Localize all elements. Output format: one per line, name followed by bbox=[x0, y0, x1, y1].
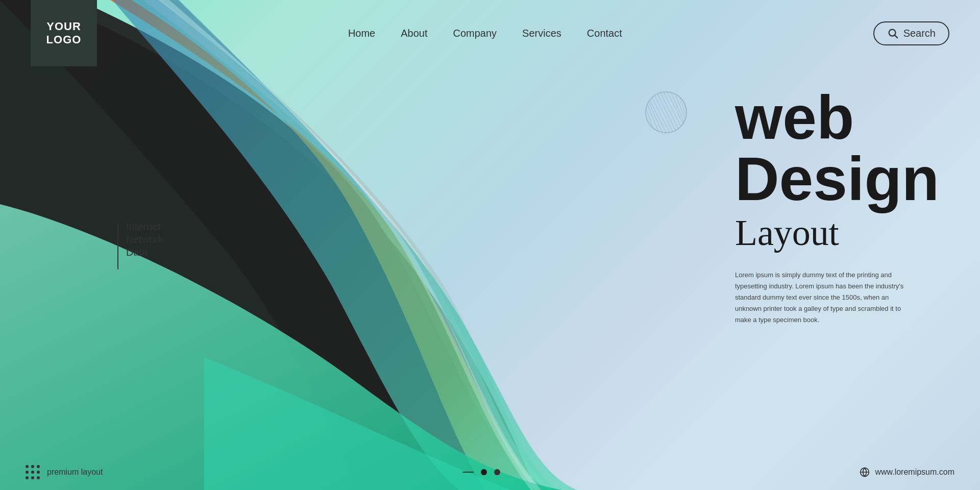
svg-line-14 bbox=[681, 92, 687, 111]
nav-links: Home About Company Services Contact bbox=[348, 28, 622, 39]
nav-item-about[interactable]: About bbox=[401, 28, 427, 39]
dot-3 bbox=[37, 465, 40, 468]
nav-item-contact[interactable]: Contact bbox=[587, 28, 622, 39]
nav-item-home[interactable]: Home bbox=[348, 28, 375, 39]
footer: premium layout www.loremipsum.com bbox=[0, 454, 980, 490]
grid-dots-icon bbox=[26, 465, 40, 479]
navbar: YOUR LOGO Home About Company Services Co… bbox=[0, 0, 980, 66]
svg-line-1 bbox=[895, 35, 897, 38]
nav-link-home[interactable]: Home bbox=[348, 28, 375, 39]
pagination-dot-2[interactable] bbox=[494, 469, 500, 475]
nav-item-services[interactable]: Services bbox=[522, 28, 561, 39]
decorative-circle bbox=[643, 89, 689, 135]
premium-layout: premium layout bbox=[26, 465, 103, 479]
sidebar-word-2: Data bbox=[126, 247, 163, 258]
dot-1 bbox=[26, 465, 29, 468]
sidebar-words: Internet Network Data bbox=[126, 221, 163, 258]
dot-2 bbox=[31, 465, 34, 468]
dot-5 bbox=[31, 471, 34, 474]
dot-9 bbox=[37, 476, 40, 479]
logo[interactable]: YOUR LOGO bbox=[31, 0, 97, 66]
hero-content: web Design Layout Lorem ipsum is simply … bbox=[735, 87, 939, 326]
dot-8 bbox=[31, 476, 34, 479]
sidebar-word-1: Network bbox=[126, 234, 163, 246]
nav-item-company[interactable]: Company bbox=[453, 28, 497, 39]
pagination[interactable] bbox=[462, 469, 500, 475]
dot-7 bbox=[26, 476, 29, 479]
hero-title-layout: Layout bbox=[735, 212, 939, 254]
svg-point-3 bbox=[646, 92, 687, 133]
dot-4 bbox=[26, 471, 29, 474]
search-label: Search bbox=[903, 28, 936, 39]
premium-label: premium layout bbox=[47, 468, 103, 477]
search-bar[interactable]: Search bbox=[873, 21, 949, 45]
logo-text: YOUR LOGO bbox=[46, 20, 82, 47]
dot-6 bbox=[37, 471, 40, 474]
pagination-dot-active[interactable] bbox=[481, 469, 487, 475]
nav-link-services[interactable]: Services bbox=[522, 28, 561, 39]
website-url: www.loremipsum.com bbox=[860, 467, 954, 477]
nav-link-contact[interactable]: Contact bbox=[587, 28, 622, 39]
globe-icon bbox=[860, 467, 870, 477]
pagination-dash bbox=[462, 472, 474, 473]
search-icon bbox=[887, 28, 898, 39]
hero-title-web: web bbox=[735, 87, 939, 148]
sidebar-word-0: Internet bbox=[126, 221, 163, 233]
sidebar-divider bbox=[117, 224, 118, 270]
website-text: www.loremipsum.com bbox=[875, 468, 954, 477]
sidebar-text-block: Internet Network Data bbox=[117, 221, 163, 270]
nav-link-about[interactable]: About bbox=[401, 28, 427, 39]
hero-title-design: Design bbox=[735, 148, 939, 209]
nav-link-company[interactable]: Company bbox=[453, 28, 497, 39]
hero-description: Lorem ipsum is simply dummy text of the … bbox=[735, 270, 909, 326]
